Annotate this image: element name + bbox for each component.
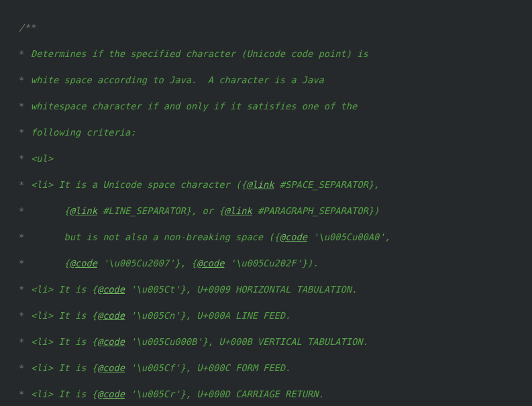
doc-text: '\u005Cr'}, U+000D CARRIAGE RETURN. [125, 388, 324, 401]
doc-line: <li> It is { [31, 283, 97, 297]
doc-text: '\u005Cu202F'}). [224, 257, 318, 270]
doc-line: { [31, 205, 70, 218]
doc-text: #PARAGRAPH_SEPARATOR}) [252, 205, 380, 218]
doc-line: following criteria: [31, 126, 136, 140]
doc-line: white space according to Java. A charact… [31, 74, 324, 87]
doc-line: <ul> [31, 152, 53, 166]
doc-text: #LINE_SEPARATOR}, or { [97, 205, 225, 218]
code-tag: @code [70, 257, 97, 270]
doc-text: '\u005Cu00A0', [307, 231, 390, 244]
doc-line: Determines if the specified character (U… [31, 48, 368, 61]
doc-line: { [31, 257, 70, 270]
doc-line: but is not also a non-breaking space ({ [31, 231, 280, 244]
link-tag: @link [224, 205, 252, 218]
code-editor: /** * Determines if the specified charac… [0, 0, 532, 406]
code-tag: @code [97, 362, 125, 375]
doc-line: <li> It is { [31, 362, 97, 375]
doc-line: <li> It is { [31, 336, 97, 349]
doc-text: '\u005Cu2007'}, { [97, 257, 197, 270]
code-tag: @code [97, 283, 125, 297]
doc-line: <li> It is a Unicode space character ({ [31, 179, 246, 192]
code-tag: @code [97, 309, 125, 323]
doc-line: <li> It is { [31, 309, 97, 323]
code-tag: @code [97, 336, 125, 349]
code-tag: @code [280, 231, 307, 244]
doc-line: whitespace character if and only if it s… [31, 100, 357, 113]
doc-text: '\u005Cu000B'}, U+000B VERTICAL TABULATI… [125, 336, 368, 349]
doc-text: '\u005Ct'}, U+0009 HORIZONTAL TABULATION… [125, 283, 357, 297]
link-tag: @link [246, 179, 274, 192]
code-tag: @code [197, 257, 224, 270]
doc-text: '\u005Cn'}, U+000A LINE FEED. [125, 309, 290, 323]
code-tag: @code [97, 388, 125, 401]
javadoc-open: /** [19, 21, 36, 35]
doc-text: '\u005Cf'}, U+000C FORM FEED. [125, 362, 290, 375]
doc-text: #SPACE_SEPARATOR}, [274, 179, 380, 192]
doc-line: <li> It is { [31, 388, 97, 401]
link-tag: @link [70, 205, 97, 218]
